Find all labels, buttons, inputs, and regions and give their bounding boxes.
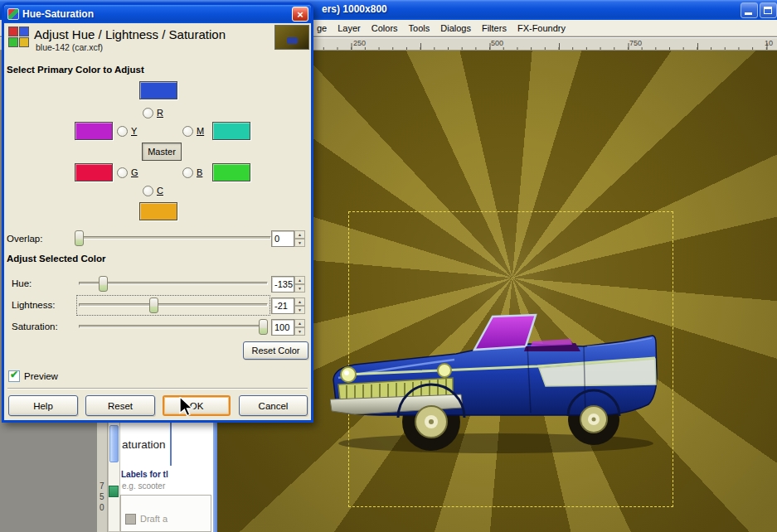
minimize-button[interactable] xyxy=(741,2,758,18)
doc-divider xyxy=(170,418,172,466)
radio-channel-c[interactable] xyxy=(143,186,153,196)
ok-button[interactable]: OK xyxy=(163,395,231,416)
lightness-spinner[interactable]: -21 ▲ ▼ xyxy=(271,297,305,314)
menu-item-filters[interactable]: Filters xyxy=(482,23,507,33)
saturation-slider[interactable] xyxy=(79,319,268,335)
swatch-green xyxy=(212,163,250,181)
screen: ers) 1000x800 ge Layer Colors Tools Dial… xyxy=(0,0,777,532)
swatch-red xyxy=(75,163,113,181)
mouse-cursor xyxy=(179,397,194,417)
slider-thumb[interactable] xyxy=(99,276,108,292)
saturation-spinner[interactable]: 100 ▲ ▼ xyxy=(271,319,305,336)
car-image xyxy=(330,292,662,457)
separator xyxy=(7,388,308,389)
radio-channel-g[interactable] xyxy=(117,167,128,178)
radio-channel-y[interactable] xyxy=(117,126,128,137)
dialog-titlebar[interactable]: Hue-Saturation × xyxy=(4,5,311,23)
menu-item-fx-foundry[interactable]: FX-Foundry xyxy=(517,23,566,33)
lightness-slider[interactable] xyxy=(79,297,268,313)
menu-item-dialogs[interactable]: Dialogs xyxy=(440,23,471,33)
menu-item-tools[interactable]: Tools xyxy=(409,23,430,33)
channel-label-y: Y xyxy=(131,126,137,137)
scrollbar-thumb[interactable] xyxy=(109,425,119,462)
channel-label-b: B xyxy=(197,167,202,178)
doc-panel: aturation Labels for tl e.g. scooter Dra… xyxy=(120,418,213,532)
slider-track xyxy=(79,303,268,307)
overlap-spinner[interactable]: 0 ▲ ▼ xyxy=(271,230,305,247)
minimize-icon xyxy=(745,12,752,15)
green-marker xyxy=(109,486,119,497)
hue-slider[interactable] xyxy=(79,276,268,292)
slider-thumb[interactable] xyxy=(149,297,158,313)
dialog-header-subtitle: blue-142 (car.xcf) xyxy=(36,42,103,52)
spin-down-icon[interactable]: ▼ xyxy=(294,239,305,247)
swatch-blue xyxy=(139,81,177,99)
reset-button[interactable]: Reset xyxy=(85,395,155,416)
slider-thumb[interactable] xyxy=(259,319,268,335)
slider-track xyxy=(79,325,268,328)
preview-label: Preview xyxy=(24,371,58,381)
doc-sub-label: e.g. scooter xyxy=(122,481,165,491)
dialog-icon xyxy=(7,8,19,20)
channel-label-m: M xyxy=(197,126,204,137)
spin-down-icon[interactable]: ▼ xyxy=(294,284,305,293)
doc-bold-label: Labels for tl xyxy=(121,470,168,479)
doc-scrollbar[interactable] xyxy=(108,418,120,532)
ruler-mark: 500 xyxy=(491,39,503,47)
ruler-mark: 10 xyxy=(765,39,773,47)
spin-down-icon[interactable]: ▼ xyxy=(294,306,305,314)
menu-item-colors[interactable]: Colors xyxy=(372,23,398,33)
spin-down-icon[interactable]: ▼ xyxy=(294,327,305,336)
doc-card-label: Draft a xyxy=(140,514,168,524)
dialog-title: Hue-Saturation xyxy=(22,8,94,20)
help-button[interactable]: Help xyxy=(8,395,78,416)
radio-channel-m[interactable] xyxy=(182,126,193,137)
slider-track xyxy=(75,236,271,239)
lightness-value[interactable]: -21 xyxy=(271,297,294,314)
overlap-slider[interactable] xyxy=(75,230,271,246)
maximize-button[interactable] xyxy=(760,2,777,18)
swatch-teal xyxy=(212,122,250,140)
hue-value[interactable]: -135 xyxy=(271,276,294,293)
radio-channel-b[interactable] xyxy=(182,167,193,178)
doc-heading-fragment: aturation xyxy=(122,438,166,451)
channel-label-r: R xyxy=(157,108,163,118)
ruler-mark: 750 xyxy=(629,39,642,47)
channel-label-g: G xyxy=(131,167,138,178)
close-button[interactable]: × xyxy=(292,7,308,22)
overlap-value[interactable]: 0 xyxy=(271,230,294,247)
spin-up-icon[interactable]: ▲ xyxy=(294,297,305,306)
maximize-icon xyxy=(764,7,772,14)
saturation-value[interactable]: 100 xyxy=(271,319,294,336)
adjust-selected-label: Adjust Selected Color xyxy=(7,254,106,264)
dialog-header-title: Adjust Hue / Lightness / Saturation xyxy=(34,27,226,41)
swatch-yellow xyxy=(139,202,177,220)
hue-spinner[interactable]: -135 ▲ ▼ xyxy=(271,276,305,293)
doc-window-border xyxy=(213,418,217,532)
menu-item-layer[interactable]: Layer xyxy=(338,23,361,33)
spin-up-icon[interactable]: ▲ xyxy=(294,230,305,239)
document-icon xyxy=(125,514,136,525)
doc-vertical-ruler: 7 5 0 xyxy=(97,418,108,532)
checkmark-icon: ✔ xyxy=(10,369,18,380)
preview-checkbox[interactable]: ✔ xyxy=(8,370,20,382)
vruler-digit: 7 xyxy=(100,481,104,491)
hue-saturation-icon xyxy=(8,27,30,48)
close-icon: × xyxy=(297,9,304,20)
spin-up-icon[interactable]: ▲ xyxy=(294,319,305,327)
doc-card[interactable]: Draft a xyxy=(120,495,211,532)
master-button[interactable]: Master xyxy=(142,143,182,161)
ruler-mark: 250 xyxy=(353,39,366,47)
saturation-label: Saturation: xyxy=(12,322,58,331)
cancel-button[interactable]: Cancel xyxy=(239,395,308,416)
overlap-label: Overlap: xyxy=(7,234,42,244)
hue-saturation-dialog: Hue-Saturation × Adjust Hue / Lightness … xyxy=(2,2,313,423)
spin-up-icon[interactable]: ▲ xyxy=(294,276,305,284)
vruler-digit: 5 xyxy=(100,492,104,501)
slider-thumb[interactable] xyxy=(75,230,84,246)
menu-item-image-fragment[interactable]: ge xyxy=(317,23,327,33)
vruler-digit: 0 xyxy=(100,503,104,512)
select-primary-label: Select Primary Color to Adjust xyxy=(7,65,144,75)
reset-color-button[interactable]: Reset Color xyxy=(243,341,308,360)
radio-channel-r[interactable] xyxy=(143,108,153,118)
